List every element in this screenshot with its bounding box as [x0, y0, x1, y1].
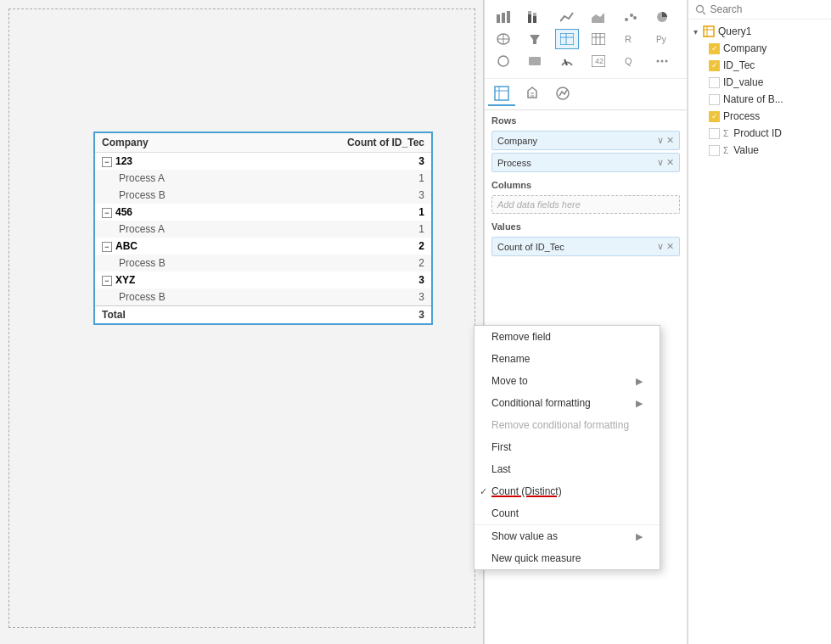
- gauge-icon[interactable]: [555, 51, 579, 71]
- collapse-icon[interactable]: −: [102, 157, 112, 167]
- field-item-productid[interactable]: Σ Product ID: [688, 125, 831, 142]
- field-checkbox-company[interactable]: ✓: [709, 43, 720, 54]
- menu-item-last[interactable]: Last: [474, 458, 660, 480]
- field-checkbox-idtec[interactable]: ✓: [709, 60, 720, 71]
- tab-analytics[interactable]: [549, 82, 576, 106]
- values-field-count[interactable]: Count of ID_Tec ∨ ✕: [491, 237, 680, 256]
- table-row[interactable]: Process B 3: [95, 187, 431, 204]
- collapse-icon[interactable]: −: [102, 276, 112, 286]
- kpi-viz-icon[interactable]: R: [618, 29, 642, 49]
- svg-line-27: [564, 59, 567, 65]
- rows-field-company[interactable]: Company ∨ ✕: [491, 131, 680, 150]
- svg-rect-4: [528, 11, 531, 14]
- table-header-row: Company Count of ID_Tec: [95, 133, 431, 153]
- field-dropdown-icon[interactable]: ∨: [657, 241, 664, 252]
- menu-item-first[interactable]: First: [474, 436, 660, 458]
- table-viz-icon[interactable]: [555, 29, 579, 49]
- table-row[interactable]: Process B 3: [95, 288, 431, 306]
- menu-item-new-quick-measure[interactable]: New quick measure: [474, 547, 660, 569]
- funnel-viz-icon[interactable]: [523, 29, 547, 49]
- svg-point-33: [665, 60, 667, 63]
- columns-field-placeholder[interactable]: Add data fields here: [491, 195, 680, 214]
- field-item-value[interactable]: Σ Value: [688, 142, 831, 159]
- menu-item-label: New quick measure: [491, 552, 581, 564]
- menu-item-show-value-as[interactable]: Show value as ▶: [474, 525, 660, 547]
- table-row-total: Total 3: [95, 306, 431, 324]
- svg-text:42: 42: [595, 57, 604, 65]
- field-name-company: Company: [723, 42, 766, 54]
- submenu-arrow-icon: ▶: [636, 531, 643, 542]
- menu-item-count-distinct[interactable]: ✓ Count (Distinct): [474, 480, 660, 502]
- rows-section-label: Rows: [485, 110, 687, 128]
- table-row[interactable]: Process B 2: [95, 255, 431, 272]
- table-row[interactable]: −123 3: [95, 153, 431, 171]
- field-checkbox-value[interactable]: [709, 145, 720, 156]
- field-remove-icon[interactable]: ✕: [666, 157, 674, 168]
- search-input[interactable]: [710, 3, 825, 15]
- card-icon[interactable]: 42: [587, 51, 610, 71]
- filled-map-icon[interactable]: [523, 51, 547, 71]
- columns-placeholder: Add data fields here: [497, 199, 581, 210]
- field-name-process: Process: [723, 110, 760, 122]
- menu-item-label: Count: [491, 507, 519, 519]
- menu-item-move-to[interactable]: Move to ▶: [474, 370, 660, 392]
- more-viz-icon[interactable]: [650, 51, 674, 71]
- field-checkbox-productid[interactable]: [709, 128, 720, 139]
- area-chart-icon[interactable]: [587, 7, 610, 27]
- field-item-company[interactable]: ✓ Company: [688, 40, 831, 57]
- matrix-viz-icon[interactable]: [587, 29, 610, 49]
- globe-icon[interactable]: [491, 51, 515, 71]
- menu-item-count[interactable]: Count: [474, 502, 660, 525]
- viz-icons-container: R Py 42 Q: [485, 0, 687, 79]
- tree-query1[interactable]: ▾ Query1: [688, 23, 831, 40]
- table-row[interactable]: Process A 1: [95, 221, 431, 238]
- table-row[interactable]: Process A 1: [95, 170, 431, 187]
- tree-expand-icon[interactable]: ▾: [693, 27, 698, 36]
- menu-item-label: Remove conditional formatting: [491, 419, 629, 431]
- collapse-icon[interactable]: −: [102, 208, 112, 218]
- python-viz-icon[interactable]: Py: [650, 29, 674, 49]
- map-icon[interactable]: [491, 29, 515, 49]
- field-remove-icon[interactable]: ✕: [666, 135, 674, 146]
- check-mark-icon: ✓: [480, 486, 487, 497]
- svg-point-32: [660, 60, 663, 63]
- field-item-idtec[interactable]: ✓ ID_Tec: [688, 57, 831, 74]
- menu-item-label: Last: [491, 463, 511, 475]
- field-dropdown-icon[interactable]: ∨: [657, 157, 664, 168]
- menu-item-remove-field[interactable]: Remove field: [474, 326, 660, 348]
- collapse-icon[interactable]: −: [102, 242, 112, 252]
- rows-field-process[interactable]: Process ∨ ✕: [491, 153, 680, 172]
- menu-item-rename[interactable]: Rename: [474, 348, 660, 370]
- field-label: Process: [497, 158, 531, 168]
- column-count-idtec[interactable]: Count of ID_Tec: [250, 133, 431, 153]
- pie-chart-icon[interactable]: [650, 7, 674, 27]
- tab-fields[interactable]: [488, 82, 515, 106]
- field-label: Company: [497, 136, 537, 146]
- menu-item-conditional-formatting[interactable]: Conditional formatting ▶: [474, 392, 660, 414]
- tab-format[interactable]: [519, 82, 546, 106]
- svg-rect-1: [502, 13, 505, 23]
- field-checkbox-nature[interactable]: [709, 94, 720, 105]
- field-remove-icon[interactable]: ✕: [666, 241, 674, 252]
- field-item-nature[interactable]: Nature of B...: [688, 91, 831, 108]
- column-company[interactable]: Company: [95, 133, 250, 153]
- svg-marker-15: [530, 35, 540, 44]
- field-name-idtec: ID_Tec: [723, 59, 755, 71]
- menu-item-label: Show value as: [491, 530, 558, 542]
- menu-item-remove-conditional-formatting: Remove conditional formatting: [474, 414, 660, 436]
- field-checkbox-process[interactable]: ✓: [709, 111, 720, 122]
- table-row[interactable]: −XYZ 3: [95, 272, 431, 288]
- field-dropdown-icon[interactable]: ∨: [657, 135, 664, 146]
- qa-icon[interactable]: Q: [618, 51, 642, 71]
- table-row[interactable]: −ABC 2: [95, 238, 431, 255]
- field-name-value: Value: [733, 144, 759, 156]
- field-checkbox-idvalue[interactable]: [709, 77, 720, 88]
- field-item-idvalue[interactable]: ID_value: [688, 74, 831, 91]
- line-chart-icon[interactable]: [555, 7, 579, 27]
- field-item-process[interactable]: ✓ Process: [688, 108, 831, 125]
- stacked-bar-icon[interactable]: [523, 7, 547, 27]
- table-row[interactable]: −456 1: [95, 204, 431, 221]
- bar-chart-icon[interactable]: [491, 7, 515, 27]
- menu-item-label: Rename: [491, 353, 530, 365]
- scatter-chart-icon[interactable]: [618, 7, 642, 27]
